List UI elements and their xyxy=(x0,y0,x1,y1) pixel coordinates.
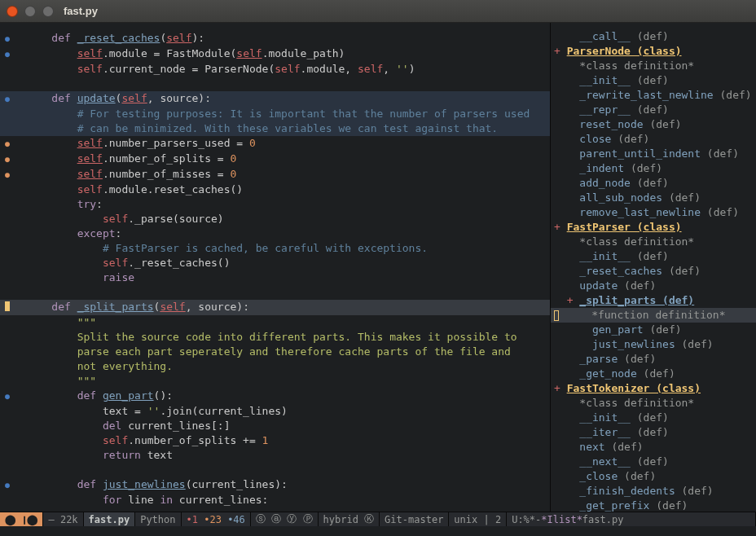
code-line[interactable] xyxy=(0,463,550,477)
outline-item[interactable]: + FastTokenizer (class) xyxy=(551,381,756,396)
gutter xyxy=(0,107,15,121)
code-line[interactable]: ● self.number_of_misses = 0 xyxy=(0,167,550,182)
code-line[interactable]: self._parse(source) xyxy=(0,212,550,226)
outline-item[interactable]: *function definition* xyxy=(551,308,756,323)
window-minimize-button[interactable] xyxy=(24,6,36,17)
status-major-mode[interactable]: Python xyxy=(135,512,181,526)
code-line[interactable]: for line in current_lines: xyxy=(0,493,550,507)
status-right: U:%*- *Ilist* fast.py xyxy=(507,512,756,526)
gutter xyxy=(0,270,15,285)
code-line[interactable]: ● def just_newlines(current_lines): xyxy=(0,477,550,493)
gutter xyxy=(0,463,15,477)
gutter xyxy=(0,374,15,389)
code-line[interactable]: """ xyxy=(0,374,550,389)
outline-item[interactable]: *class definition* xyxy=(551,235,756,249)
outline-item[interactable]: __repr__ (def) xyxy=(551,103,756,117)
editor-pane[interactable]: ● def _reset_caches(self):● self.module … xyxy=(0,23,550,512)
outline-item[interactable]: all_sub_nodes (def) xyxy=(551,191,756,205)
outline-item[interactable]: close (def) xyxy=(551,132,756,147)
outline-item[interactable]: next (def) xyxy=(551,440,756,455)
outline-cursor xyxy=(554,310,559,321)
code-line[interactable]: ● def _reset_caches(self): xyxy=(0,31,550,46)
gutter xyxy=(0,419,15,433)
gutter xyxy=(0,330,15,345)
gutter xyxy=(0,62,15,77)
code-line[interactable]: # can be minimized. With these variables… xyxy=(0,121,550,136)
status-symbols: ⓢ ⓐ ⓨ Ⓟ xyxy=(251,512,319,526)
code-line[interactable]: del current_lines[:] xyxy=(0,419,550,433)
code-area[interactable]: ● def _reset_caches(self):● self.module … xyxy=(0,23,550,512)
outline-item[interactable]: *class definition* xyxy=(551,59,756,73)
code-line[interactable]: not everything. xyxy=(0,359,550,374)
outline-item[interactable]: remove_last_newline (def) xyxy=(551,205,756,220)
code-line[interactable]: # For testing purposes: It is important … xyxy=(0,107,550,121)
code-line[interactable]: ● self.module = FastModule(self.module_p… xyxy=(0,46,550,62)
code-line[interactable] xyxy=(0,285,550,300)
code-line[interactable]: self.current_node = ParserNode(self.modu… xyxy=(0,62,550,77)
status-filename[interactable]: fast.py xyxy=(84,512,136,526)
outline-item[interactable]: reset_node (def) xyxy=(551,117,756,132)
code-line[interactable]: Split the source code into different par… xyxy=(0,330,550,345)
outline-item[interactable]: _indent (def) xyxy=(551,161,756,176)
code-line[interactable]: """ xyxy=(0,315,550,330)
code-line[interactable]: ● self.number_parsers_used = 0 xyxy=(0,136,550,152)
gutter: ● xyxy=(0,389,15,404)
outline-item[interactable]: __next__ (def) xyxy=(551,455,756,469)
outline-item[interactable]: __init__ (def) xyxy=(551,73,756,88)
gutter xyxy=(0,433,15,448)
window-titlebar: fast.py xyxy=(0,0,756,23)
outline-pane[interactable]: __call__ (def)+ ParserNode (class) *clas… xyxy=(550,23,756,512)
outline-item[interactable]: __iter__ (def) xyxy=(551,425,756,440)
code-line[interactable]: try: xyxy=(0,197,550,212)
outline-item[interactable]: _reset_caches (def) xyxy=(551,264,756,279)
code-line[interactable]: self._reset_caches() xyxy=(0,256,550,270)
outline-item[interactable]: gen_part (def) xyxy=(551,323,756,337)
status-flycheck[interactable]: •1 •23 •46 xyxy=(182,512,251,526)
status-theme: hybrid Ⓚ xyxy=(319,512,380,526)
code-line[interactable]: ● def gen_part(): xyxy=(0,389,550,404)
outline-item[interactable]: _get_node (def) xyxy=(551,367,756,381)
window-close-button[interactable] xyxy=(7,6,18,17)
code-line[interactable]: return text xyxy=(0,448,550,463)
gutter xyxy=(0,448,15,463)
status-encoding: unix | 2 xyxy=(449,512,507,526)
outline-item[interactable]: __call__ (def) xyxy=(551,29,756,44)
gutter xyxy=(0,241,15,256)
status-bar: ⬤ ❙⬤ — 22k fast.py Python •1 •23 •46 ⓢ ⓐ… xyxy=(0,512,756,526)
status-indicator: ⬤ ❙⬤ xyxy=(0,512,43,526)
status-size: — 22k xyxy=(43,512,83,526)
code-line[interactable]: def _split_parts(self, source): xyxy=(0,300,550,315)
outline-item[interactable]: _get_prefix (def) xyxy=(551,499,756,512)
minibuffer[interactable] xyxy=(0,526,756,536)
code-line[interactable]: parse each part seperately and therefore… xyxy=(0,345,550,359)
outline-item[interactable]: add_node (def) xyxy=(551,176,756,191)
outline-item[interactable]: __init__ (def) xyxy=(551,411,756,425)
gutter xyxy=(0,315,15,330)
outline-item[interactable]: parent_until_indent (def) xyxy=(551,147,756,161)
code-line[interactable]: text = ''.join(current_lines) xyxy=(0,404,550,419)
outline-item[interactable]: + FastParser (class) xyxy=(551,220,756,235)
outline-item[interactable]: + _split_parts (def) xyxy=(551,293,756,308)
code-line[interactable] xyxy=(0,77,550,91)
outline-item[interactable]: _finish_dedents (def) xyxy=(551,484,756,499)
outline-item[interactable]: update (def) xyxy=(551,279,756,293)
main-area: ● def _reset_caches(self):● self.module … xyxy=(0,23,756,512)
outline-item[interactable]: *class definition* xyxy=(551,396,756,411)
code-line[interactable]: except: xyxy=(0,226,550,241)
gutter: ● xyxy=(0,31,15,46)
code-line[interactable]: ● self.number_of_splits = 0 xyxy=(0,152,550,167)
outline-item[interactable]: _close (def) xyxy=(551,469,756,484)
outline-item[interactable]: _rewrite_last_newline (def) xyxy=(551,88,756,103)
code-line[interactable]: self.number_of_splits += 1 xyxy=(0,433,550,448)
code-line[interactable]: raise xyxy=(0,270,550,285)
outline-item[interactable]: __init__ (def) xyxy=(551,249,756,264)
gutter xyxy=(0,256,15,270)
outline-item[interactable]: just_newlines (def) xyxy=(551,337,756,352)
code-line[interactable]: ● def update(self, source): xyxy=(0,91,550,107)
status-git[interactable]: Git-master xyxy=(380,512,449,526)
outline-item[interactable]: _parse (def) xyxy=(551,352,756,367)
window-maximize-button[interactable] xyxy=(42,6,54,17)
outline-item[interactable]: + ParserNode (class) xyxy=(551,44,756,59)
code-line[interactable]: # FastParser is cached, be careful with … xyxy=(0,241,550,256)
code-line[interactable]: self.module.reset_caches() xyxy=(0,182,550,197)
